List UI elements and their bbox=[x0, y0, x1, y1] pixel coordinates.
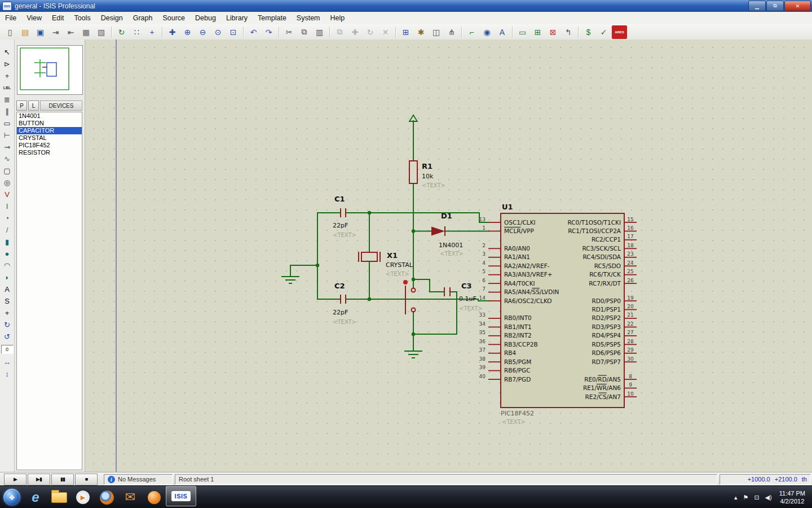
show-hidden-icons-button[interactable]: ▴ bbox=[734, 494, 738, 501]
component-u1[interactable]: U1 13OSC1/CLKI1MCLR/VPP2RA0/AN03RA1/AN14… bbox=[479, 203, 637, 425]
menu-tools[interactable]: Tools bbox=[69, 12, 96, 24]
property-assignment-icon[interactable]: A bbox=[495, 25, 509, 39]
menu-source[interactable]: Source bbox=[157, 12, 190, 24]
move-block-icon[interactable]: ✚ bbox=[348, 25, 362, 39]
zoom-out-icon[interactable]: ⊖ bbox=[196, 25, 210, 39]
current-probe-mode-icon[interactable]: I bbox=[1, 200, 14, 212]
import-section-icon[interactable]: ⇥ bbox=[48, 25, 63, 39]
2d-path-mode-icon[interactable]: ◗ bbox=[1, 271, 14, 283]
virtual-instruments-mode-icon[interactable]: ◔ bbox=[1, 212, 14, 224]
pause-button[interactable]: ▮▮ bbox=[51, 474, 74, 485]
r1-value-label[interactable]: 10k bbox=[422, 173, 434, 180]
isis-taskbar-button[interactable]: ISIS bbox=[166, 486, 196, 506]
terminal-mode-icon[interactable]: ⊢ bbox=[1, 129, 14, 141]
c1-ref-label[interactable]: C1 bbox=[334, 195, 345, 203]
component-x1[interactable]: X1 CRYSTAL <TEXT> bbox=[359, 251, 413, 277]
c2-value-label[interactable]: 22pF bbox=[333, 309, 348, 316]
d1-text-placeholder[interactable]: <TEXT> bbox=[440, 251, 464, 257]
cut-icon[interactable]: ✂ bbox=[282, 25, 296, 39]
redo-icon[interactable]: ↷ bbox=[262, 25, 276, 39]
rotate-anticlockwise-icon[interactable]: ↺ bbox=[1, 331, 14, 343]
device-item-button[interactable]: BUTTON bbox=[17, 120, 82, 127]
junction-dot-mode-icon[interactable]: + bbox=[1, 70, 14, 82]
menu-library[interactable]: Library bbox=[221, 12, 253, 24]
wire-label-mode-icon[interactable]: LBL bbox=[1, 82, 14, 94]
wire-autorouter-icon[interactable]: ⌐ bbox=[465, 25, 479, 39]
zoom-all-icon[interactable]: ⊙ bbox=[211, 25, 225, 39]
component-mode-icon[interactable]: ⊳ bbox=[1, 58, 14, 70]
menu-graph[interactable]: Graph bbox=[128, 12, 158, 24]
menu-edit[interactable]: Edit bbox=[47, 12, 69, 24]
rotate-block-icon[interactable]: ↻ bbox=[363, 25, 377, 39]
u1-part-label[interactable]: PIC18F452 bbox=[501, 410, 534, 417]
minimize-button[interactable]: ▁ bbox=[748, 1, 766, 11]
action-center-icon[interactable]: ⚑ bbox=[743, 494, 749, 501]
x1-value-label[interactable]: CRYSTAL bbox=[386, 261, 413, 269]
c3-ref-label[interactable]: C3 bbox=[461, 282, 472, 290]
u1-text-placeholder[interactable]: <TEXT> bbox=[502, 419, 526, 425]
pan-icon[interactable]: ✚ bbox=[165, 25, 179, 39]
firefox-icon[interactable] bbox=[95, 486, 118, 508]
device-item-1n4001[interactable]: 1N4001 bbox=[17, 112, 82, 120]
x1-ref-label[interactable]: X1 bbox=[387, 251, 398, 260]
r1-body[interactable] bbox=[409, 161, 417, 183]
generator-mode-icon[interactable]: ◎ bbox=[1, 177, 14, 189]
tape-recorder-mode-icon[interactable]: ▢ bbox=[1, 165, 14, 177]
toggle-grid-icon[interactable]: ∷ bbox=[130, 25, 144, 39]
pick-devices-button[interactable]: P bbox=[16, 100, 27, 111]
new-sheet-icon[interactable]: ⊞ bbox=[531, 25, 545, 39]
undo-icon[interactable]: ↶ bbox=[246, 25, 261, 39]
menu-template[interactable]: Template bbox=[253, 12, 292, 24]
component-d1[interactable]: D1 1N4001 <TEXT> bbox=[431, 212, 464, 257]
bus-mode-icon[interactable]: ∥ bbox=[1, 106, 14, 117]
paste-icon[interactable]: ▥ bbox=[312, 25, 326, 39]
2d-arc-mode-icon[interactable]: ◠ bbox=[1, 260, 14, 271]
graph-mode-icon[interactable]: ∿ bbox=[1, 153, 14, 165]
menu-help[interactable]: Help bbox=[325, 12, 350, 24]
zoom-in-icon[interactable]: ⊕ bbox=[180, 25, 195, 39]
menu-design[interactable]: Design bbox=[96, 12, 128, 24]
2d-text-mode-icon[interactable]: A bbox=[1, 283, 14, 295]
redraw-icon[interactable]: ↻ bbox=[114, 25, 129, 39]
2d-circle-mode-icon[interactable]: ● bbox=[1, 248, 14, 260]
menu-system[interactable]: System bbox=[292, 12, 325, 24]
rotate-clockwise-icon[interactable]: ↻ bbox=[1, 319, 14, 331]
copy-icon[interactable]: ⧉ bbox=[297, 25, 311, 39]
rotation-angle-display[interactable]: 0 bbox=[1, 345, 14, 354]
decompose-icon[interactable]: ⋔ bbox=[444, 25, 458, 39]
overview-panel[interactable] bbox=[17, 45, 83, 95]
device-item-pic18f452[interactable]: PIC18F452 bbox=[17, 142, 82, 149]
delete-block-icon[interactable]: ✕ bbox=[378, 25, 392, 39]
new-file-icon[interactable]: ▯ bbox=[3, 25, 17, 39]
r1-text-placeholder[interactable]: <TEXT> bbox=[422, 182, 445, 189]
2d-symbol-mode-icon[interactable]: S bbox=[1, 295, 14, 307]
close-button[interactable]: ✕ bbox=[784, 1, 811, 11]
packaging-tool-icon[interactable]: ◫ bbox=[429, 25, 443, 39]
x1-text-placeholder[interactable]: <TEXT> bbox=[386, 271, 409, 277]
print-icon[interactable]: ▦ bbox=[79, 25, 93, 39]
windows-explorer-icon[interactable] bbox=[47, 486, 71, 508]
d1-ref-label[interactable]: D1 bbox=[441, 212, 452, 220]
component-c2[interactable]: C2 22pF <TEXT> bbox=[333, 282, 356, 325]
device-item-resistor[interactable]: RESISTOR bbox=[17, 149, 82, 156]
device-item-crystal[interactable]: CRYSTAL bbox=[17, 134, 82, 142]
wires[interactable] bbox=[290, 121, 488, 351]
c1-value-label[interactable]: 22pF bbox=[333, 222, 348, 229]
2d-box-mode-icon[interactable]: ▮ bbox=[1, 236, 14, 248]
c2-text-placeholder[interactable]: <TEXT> bbox=[333, 319, 356, 325]
2d-line-mode-icon[interactable]: / bbox=[1, 224, 14, 236]
horizontal-mirror-icon[interactable]: ↔ bbox=[1, 356, 14, 368]
c2-ref-label[interactable]: C2 bbox=[334, 282, 345, 290]
start-button[interactable]: ❖ bbox=[0, 486, 24, 508]
library-manager-button[interactable]: L bbox=[28, 100, 39, 111]
ground-terminal-left[interactable] bbox=[281, 277, 299, 283]
c3-text-placeholder[interactable]: <TEXT> bbox=[459, 305, 483, 312]
2d-marker-mode-icon[interactable]: + bbox=[1, 307, 14, 319]
remove-sheet-icon[interactable]: ⊠ bbox=[546, 25, 560, 39]
export-section-icon[interactable]: ⇤ bbox=[64, 25, 78, 39]
vertical-mirror-icon[interactable]: ↕ bbox=[1, 368, 14, 380]
device-item-capacitor[interactable]: CAPACITOR bbox=[17, 127, 82, 134]
subcircuit-mode-icon[interactable]: ▭ bbox=[1, 117, 14, 129]
taskbar-clock[interactable]: 11:47 PM 4/2/2012 bbox=[779, 489, 805, 505]
zoom-area-icon[interactable]: ⊡ bbox=[226, 25, 240, 39]
